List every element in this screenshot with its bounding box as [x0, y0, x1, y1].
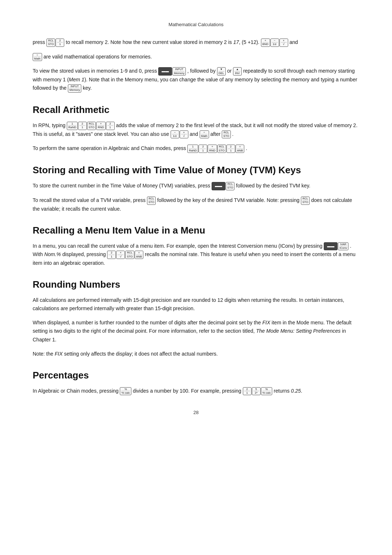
key-x: × √	[116, 251, 125, 259]
rounding-para3: Note: the FIX setting only affects the d…	[33, 350, 359, 358]
key-dark-wide: ▬▬	[158, 67, 172, 76]
key-input-memory: INPUT Memory	[172, 67, 186, 76]
key-times: × √	[279, 39, 288, 47]
key-group-tvm-recall2: RCL STO	[301, 197, 310, 205]
key-1b: 1 RaND	[187, 145, 198, 153]
key-group-input-memory2: INPUT Memory	[68, 84, 81, 93]
key-1a: 1 RaND	[67, 122, 78, 130]
key-pct: % % calc	[120, 387, 131, 396]
key-group-div2: ÷ Math	[200, 130, 209, 139]
key-rcl7: RCL STO	[125, 251, 134, 259]
section-title-menu: Recalling a Menu Item Value in a Menu	[33, 225, 359, 236]
section-title-tvm: Storing and Recalling with Time Value of…	[33, 165, 359, 176]
key-group-2-5-pct: 2 1 5 2ⁿ % % calc	[243, 387, 273, 396]
key-div: ÷ Math	[33, 53, 42, 61]
key-group-minus-times: − 1/z × √	[171, 130, 188, 139]
key-group-percent: % % calc	[120, 387, 131, 396]
key-iconv: IVAR IConv	[338, 242, 348, 251]
section-title-rounding: Rounding Numbers	[33, 279, 359, 290]
key-group-iconv: ▬▬ IVAR IConv	[324, 242, 348, 251]
key-rcl2: RCL STO	[87, 122, 96, 130]
page-number: 28	[33, 410, 359, 415]
key-del: ▼ DEL	[217, 67, 226, 76]
key-group-div: ÷ Math	[33, 53, 42, 61]
intro-para1: press RCL STO 2 1 to recall memory 2. No…	[33, 38, 359, 47]
key-rcl6: RCL STO	[301, 197, 310, 205]
key-group-tvm-store: ▬▬ RCL STO	[212, 182, 234, 190]
key-minus2: − 1/z	[171, 130, 179, 139]
key-rcl: RCL STO	[46, 39, 55, 47]
key-group-del: ▼ DEL	[217, 67, 226, 76]
key-rcl-sto2: RCL STO	[226, 182, 234, 190]
section-title-percentages: Percentages	[33, 370, 359, 381]
key-inv: ▲ INV	[233, 67, 242, 76]
key-rcl4: RCL STO	[217, 145, 226, 153]
section-title-recall: Recall Arithmetic	[33, 104, 359, 116]
key-minus: − 1/z	[270, 39, 279, 47]
key-group-1-2-rcl-plus-2: 1 RaND 2 1 RCL STO + RND 2 1	[67, 122, 114, 130]
key-eq2: = ANB	[135, 251, 143, 259]
key-group-input-memory: ▬▬ INPUT Memory	[158, 67, 186, 76]
intro-para3: To view the stored values in memories 1-…	[33, 67, 359, 93]
key-2f: 2 1	[243, 387, 252, 396]
key-group-menu-recall: 2 1 × √ RCL STO = ANB	[107, 251, 143, 259]
key-plus3: + RND	[208, 145, 217, 153]
key-eq: = ANB	[236, 145, 244, 153]
key-2c: 2 1	[199, 145, 207, 153]
menu-para1: In a menu, you can recall the current va…	[33, 242, 359, 268]
key-times2: × √	[180, 130, 188, 139]
key-rcl3: RCL STO	[222, 130, 230, 139]
key-group-alg-chain: 1 RaND 2 1 + RND RCL STO 2 1 = ANB	[187, 145, 244, 153]
intro-para2: ÷ Math are valid mathematical operations…	[33, 53, 359, 61]
key-2a: 2 1	[78, 122, 87, 130]
key-plus: + BND	[261, 39, 270, 47]
key-2d: 2 1	[226, 145, 235, 153]
key-group-tvm-recall: RCL STO	[147, 197, 156, 205]
key-2b: 2 1	[106, 122, 115, 130]
key-group-ops: + BND − 1/z × √	[261, 39, 288, 47]
key-div2: ÷ Math	[200, 130, 209, 139]
key-dark-iconv: ▬▬	[324, 242, 338, 251]
key-group-rcl-sto: RCL STO	[222, 130, 230, 139]
key-group-rcl2: RCL STO 2 1	[46, 39, 64, 47]
key-group-inv: ▲ INV	[233, 67, 242, 76]
key-input-memory2: INPUT Memory	[68, 84, 81, 93]
key-2e: 2 1	[107, 251, 116, 259]
key-rcl5: RCL STO	[147, 197, 156, 205]
key-plus2: + RND	[96, 122, 105, 130]
rounding-para2: When displayed, a number is further roun…	[33, 319, 359, 344]
key-5: 5 2ⁿ	[252, 387, 261, 396]
key-pct2: % % calc	[261, 387, 273, 396]
tvm-para1: To store the current number in the Time …	[33, 182, 359, 190]
key-dark-tvm: ▬▬	[212, 182, 225, 190]
page-header: Mathematical Calculations	[33, 22, 359, 27]
percentages-para1: In Algebraic or Chain modes, pressing % …	[33, 387, 359, 396]
recall-para2: To perform the same operation in Algebra…	[33, 144, 359, 153]
recall-para1: In RPN, typing 1 RaND 2 1 RCL STO + RND …	[33, 121, 359, 138]
rounding-para1: All calculations are performed internall…	[33, 296, 359, 313]
key-2: 2 1	[56, 39, 64, 47]
tvm-para2: To recall the stored value of a TVM vari…	[33, 196, 359, 213]
